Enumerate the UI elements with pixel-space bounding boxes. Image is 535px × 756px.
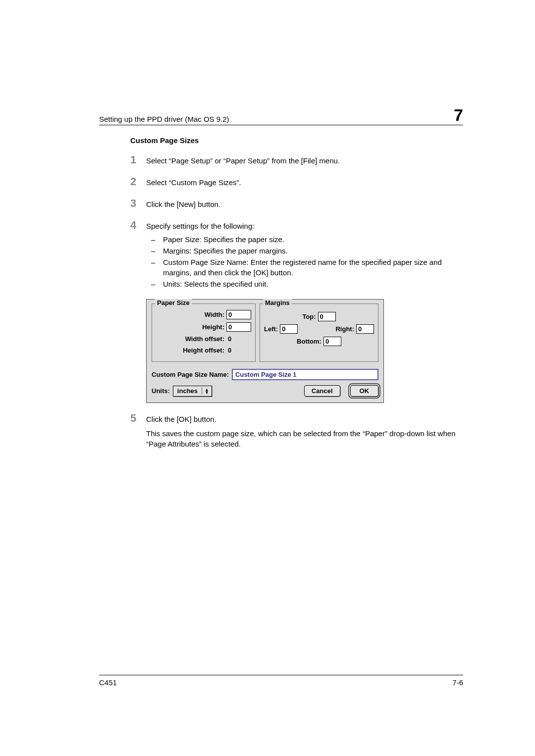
- step-text: Select “Custom Page Sizes”.: [146, 177, 463, 188]
- units-value: inches: [173, 387, 202, 395]
- dash: –: [146, 234, 163, 245]
- step-number: 2: [130, 175, 146, 188]
- height-offset-label: Height offset:: [156, 347, 224, 354]
- sub-item: – Margins: Specifies the paper margins.: [146, 246, 463, 256]
- step-text: Specify settings for the following:: [146, 222, 254, 230]
- page-size-name-input[interactable]: Custom Page Size 1: [232, 369, 378, 380]
- sub-item: – Paper Size: Specifies the paper size.: [146, 234, 463, 245]
- custom-page-size-dialog: Paper Size Width: 0 Height: 0 Width offs…: [146, 299, 384, 403]
- dash: –: [146, 257, 163, 278]
- page-footer: C451 7-6: [99, 675, 463, 687]
- margins-fieldset: Margins Top: 0 Left: 0 Right: 0: [260, 303, 378, 362]
- chapter-number: 7: [454, 106, 463, 123]
- margin-left-input[interactable]: 0: [280, 324, 298, 334]
- height-label: Height:: [156, 323, 224, 331]
- sub-text: Custom Page Size Name: Enter the registe…: [163, 257, 463, 278]
- sub-item: – Custom Page Size Name: Enter the regis…: [146, 257, 463, 278]
- steps-list: 1 Select “Page Setup” or “Paper Setup” f…: [130, 153, 463, 290]
- width-input[interactable]: 0: [226, 310, 251, 319]
- step-number: 4: [130, 219, 146, 232]
- margin-top-label: Top:: [302, 313, 316, 320]
- margin-right-label: Right:: [335, 325, 354, 333]
- step: 1 Select “Page Setup” or “Paper Setup” f…: [130, 153, 463, 166]
- step: 5 Click the [OK] button. This saves the …: [130, 412, 463, 449]
- step-number: 5: [130, 412, 146, 425]
- step: 3 Click the [New] button.: [130, 197, 463, 210]
- width-offset-label: Width offset:: [156, 335, 224, 343]
- sub-item: – Units: Selects the specified unit.: [146, 279, 463, 289]
- step-number: 3: [130, 197, 146, 210]
- footer-right: 7-6: [452, 678, 463, 687]
- paper-size-legend: Paper Size: [155, 299, 192, 306]
- dash: –: [146, 246, 163, 256]
- height-offset-value: 0: [226, 346, 251, 354]
- margin-left-label: Left:: [264, 325, 278, 333]
- paper-size-fieldset: Paper Size Width: 0 Height: 0 Width offs…: [152, 303, 256, 362]
- step-text: Click the [New] button.: [146, 199, 463, 209]
- step-after-text: This saves the custom page size, which c…: [146, 428, 463, 449]
- height-input[interactable]: 0: [226, 322, 251, 332]
- section-title: Custom Page Sizes: [130, 136, 463, 145]
- chevron-updown-icon: ▲▼: [202, 388, 212, 394]
- step-body: Click the [OK] button. This saves the cu…: [146, 414, 463, 449]
- footer-left: C451: [99, 678, 117, 687]
- sub-text: Margins: Specifies the paper margins.: [163, 246, 463, 256]
- step-body: Specify settings for the following: – Pa…: [146, 221, 463, 290]
- page-size-name-label: Custom Page Size Name:: [152, 371, 229, 378]
- sub-list: – Paper Size: Specifies the paper size. …: [146, 234, 463, 289]
- sub-text: Units: Selects the specified unit.: [163, 279, 463, 289]
- margin-right-input[interactable]: 0: [356, 324, 374, 334]
- margin-bottom-label: Bottom:: [297, 338, 321, 345]
- step: 2 Select “Custom Page Sizes”.: [130, 175, 463, 188]
- units-label: Units:: [152, 387, 170, 395]
- page-header: Setting up the PPD driver (Mac OS 9.2) 7: [99, 106, 463, 125]
- ok-button[interactable]: OK: [350, 385, 379, 397]
- dash: –: [146, 279, 163, 289]
- steps-list-continued: 5 Click the [OK] button. This saves the …: [130, 412, 463, 449]
- cancel-button[interactable]: Cancel: [304, 385, 340, 397]
- step: 4 Specify settings for the following: – …: [130, 219, 463, 290]
- step-text: Select “Page Setup” or “Paper Setup” fro…: [146, 155, 463, 166]
- width-label: Width:: [156, 311, 224, 318]
- page: Setting up the PPD driver (Mac OS 9.2) 7…: [0, 0, 535, 756]
- header-title: Setting up the PPD driver (Mac OS 9.2): [99, 115, 229, 123]
- margin-bottom-input[interactable]: 0: [323, 337, 341, 346]
- step-text: Click the [OK] button.: [146, 414, 463, 424]
- width-offset-value: 0: [226, 335, 251, 343]
- margins-legend: Margins: [263, 299, 292, 306]
- sub-text: Paper Size: Specifies the paper size.: [163, 234, 463, 245]
- step-number: 1: [130, 153, 146, 166]
- units-select[interactable]: inches ▲▼: [173, 386, 212, 397]
- margin-top-input[interactable]: 0: [318, 312, 336, 321]
